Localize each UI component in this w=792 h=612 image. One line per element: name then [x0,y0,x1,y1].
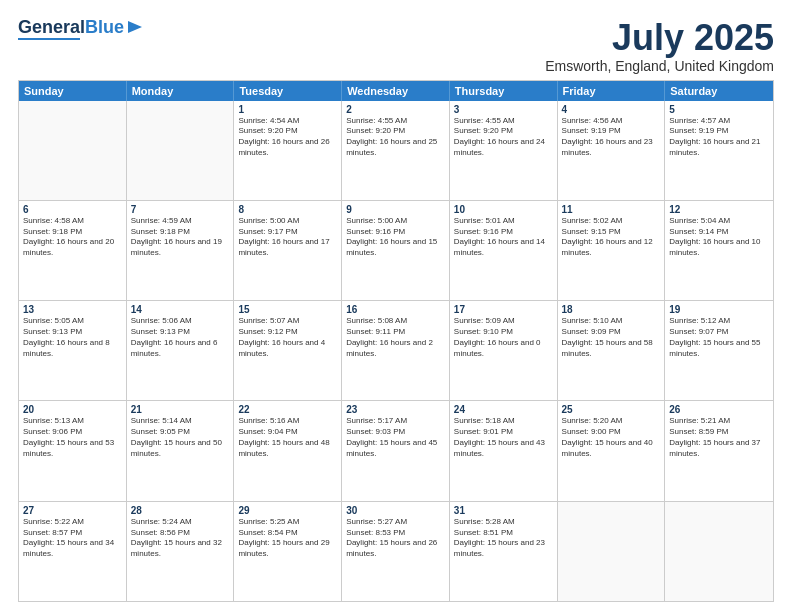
sunset-text: Sunset: 9:06 PM [23,427,122,438]
daylight-text: Daylight: 16 hours and 8 minutes. [23,338,122,360]
calendar-cell [127,101,235,200]
col-wednesday: Wednesday [342,81,450,101]
day-number: 2 [346,104,445,115]
sunset-text: Sunset: 9:16 PM [346,227,445,238]
calendar-cell: 1 Sunrise: 4:54 AM Sunset: 9:20 PM Dayli… [234,101,342,200]
daylight-text: Daylight: 15 hours and 45 minutes. [346,438,445,460]
daylight-text: Daylight: 16 hours and 4 minutes. [238,338,337,360]
sunset-text: Sunset: 9:13 PM [23,327,122,338]
day-number: 3 [454,104,553,115]
calendar-cell: 31 Sunrise: 5:28 AM Sunset: 8:51 PM Dayl… [450,502,558,601]
sunrise-text: Sunrise: 5:20 AM [562,416,661,427]
col-tuesday: Tuesday [234,81,342,101]
sunset-text: Sunset: 8:59 PM [669,427,769,438]
calendar-row: 13 Sunrise: 5:05 AM Sunset: 9:13 PM Dayl… [19,301,773,401]
calendar-cell [19,101,127,200]
calendar-cell: 16 Sunrise: 5:08 AM Sunset: 9:11 PM Dayl… [342,301,450,400]
day-number: 29 [238,505,337,516]
sunset-text: Sunset: 9:05 PM [131,427,230,438]
daylight-text: Daylight: 15 hours and 50 minutes. [131,438,230,460]
sunset-text: Sunset: 8:56 PM [131,528,230,539]
calendar-cell: 29 Sunrise: 5:25 AM Sunset: 8:54 PM Dayl… [234,502,342,601]
day-number: 19 [669,304,769,315]
daylight-text: Daylight: 16 hours and 23 minutes. [562,137,661,159]
calendar-row: 20 Sunrise: 5:13 AM Sunset: 9:06 PM Dayl… [19,401,773,501]
sunset-text: Sunset: 9:18 PM [23,227,122,238]
calendar-row: 6 Sunrise: 4:58 AM Sunset: 9:18 PM Dayli… [19,201,773,301]
daylight-text: Daylight: 16 hours and 12 minutes. [562,237,661,259]
sunrise-text: Sunrise: 4:54 AM [238,116,337,127]
col-saturday: Saturday [665,81,773,101]
daylight-text: Daylight: 16 hours and 20 minutes. [23,237,122,259]
daylight-text: Daylight: 16 hours and 2 minutes. [346,338,445,360]
day-number: 11 [562,204,661,215]
sunrise-text: Sunrise: 5:00 AM [346,216,445,227]
page: GeneralBlue July 2025 Emsworth, England,… [0,0,792,612]
calendar-cell: 11 Sunrise: 5:02 AM Sunset: 9:15 PM Dayl… [558,201,666,300]
daylight-text: Daylight: 15 hours and 58 minutes. [562,338,661,360]
calendar-cell: 14 Sunrise: 5:06 AM Sunset: 9:13 PM Dayl… [127,301,235,400]
sunrise-text: Sunrise: 5:01 AM [454,216,553,227]
day-number: 20 [23,404,122,415]
daylight-text: Daylight: 15 hours and 53 minutes. [23,438,122,460]
daylight-text: Daylight: 15 hours and 48 minutes. [238,438,337,460]
daylight-text: Daylight: 16 hours and 6 minutes. [131,338,230,360]
daylight-text: Daylight: 16 hours and 26 minutes. [238,137,337,159]
calendar-cell: 7 Sunrise: 4:59 AM Sunset: 9:18 PM Dayli… [127,201,235,300]
calendar-body: 1 Sunrise: 4:54 AM Sunset: 9:20 PM Dayli… [19,101,773,601]
day-number: 18 [562,304,661,315]
svg-marker-0 [128,21,142,33]
sunset-text: Sunset: 9:09 PM [562,327,661,338]
sunrise-text: Sunrise: 4:59 AM [131,216,230,227]
sunrise-text: Sunrise: 5:14 AM [131,416,230,427]
calendar-cell: 24 Sunrise: 5:18 AM Sunset: 9:01 PM Dayl… [450,401,558,500]
sunset-text: Sunset: 9:20 PM [238,126,337,137]
sunset-text: Sunset: 9:07 PM [669,327,769,338]
sunrise-text: Sunrise: 5:25 AM [238,517,337,528]
calendar: Sunday Monday Tuesday Wednesday Thursday… [18,80,774,602]
col-sunday: Sunday [19,81,127,101]
sunset-text: Sunset: 9:10 PM [454,327,553,338]
calendar-cell: 8 Sunrise: 5:00 AM Sunset: 9:17 PM Dayli… [234,201,342,300]
sunrise-text: Sunrise: 5:24 AM [131,517,230,528]
sunrise-text: Sunrise: 5:16 AM [238,416,337,427]
col-thursday: Thursday [450,81,558,101]
sunrise-text: Sunrise: 4:58 AM [23,216,122,227]
calendar-cell: 9 Sunrise: 5:00 AM Sunset: 9:16 PM Dayli… [342,201,450,300]
sunset-text: Sunset: 9:19 PM [562,126,661,137]
day-number: 9 [346,204,445,215]
calendar-cell: 21 Sunrise: 5:14 AM Sunset: 9:05 PM Dayl… [127,401,235,500]
day-number: 17 [454,304,553,315]
sunrise-text: Sunrise: 5:21 AM [669,416,769,427]
day-number: 16 [346,304,445,315]
sunset-text: Sunset: 9:16 PM [454,227,553,238]
daylight-text: Daylight: 16 hours and 0 minutes. [454,338,553,360]
sunrise-text: Sunrise: 5:28 AM [454,517,553,528]
sunset-text: Sunset: 9:00 PM [562,427,661,438]
sunrise-text: Sunrise: 5:17 AM [346,416,445,427]
calendar-cell: 17 Sunrise: 5:09 AM Sunset: 9:10 PM Dayl… [450,301,558,400]
sunrise-text: Sunrise: 5:04 AM [669,216,769,227]
calendar-cell [558,502,666,601]
sunrise-text: Sunrise: 5:18 AM [454,416,553,427]
daylight-text: Daylight: 15 hours and 37 minutes. [669,438,769,460]
daylight-text: Daylight: 16 hours and 15 minutes. [346,237,445,259]
daylight-text: Daylight: 16 hours and 10 minutes. [669,237,769,259]
sunrise-text: Sunrise: 5:06 AM [131,316,230,327]
calendar-cell: 4 Sunrise: 4:56 AM Sunset: 9:19 PM Dayli… [558,101,666,200]
day-number: 23 [346,404,445,415]
day-number: 4 [562,104,661,115]
calendar-cell: 13 Sunrise: 5:05 AM Sunset: 9:13 PM Dayl… [19,301,127,400]
daylight-text: Daylight: 16 hours and 14 minutes. [454,237,553,259]
calendar-cell: 25 Sunrise: 5:20 AM Sunset: 9:00 PM Dayl… [558,401,666,500]
day-number: 31 [454,505,553,516]
day-number: 7 [131,204,230,215]
calendar-row: 27 Sunrise: 5:22 AM Sunset: 8:57 PM Dayl… [19,502,773,601]
day-number: 13 [23,304,122,315]
sunrise-text: Sunrise: 4:55 AM [346,116,445,127]
calendar-cell [665,502,773,601]
daylight-text: Daylight: 16 hours and 24 minutes. [454,137,553,159]
calendar-cell: 30 Sunrise: 5:27 AM Sunset: 8:53 PM Dayl… [342,502,450,601]
daylight-text: Daylight: 15 hours and 32 minutes. [131,538,230,560]
sunrise-text: Sunrise: 5:08 AM [346,316,445,327]
